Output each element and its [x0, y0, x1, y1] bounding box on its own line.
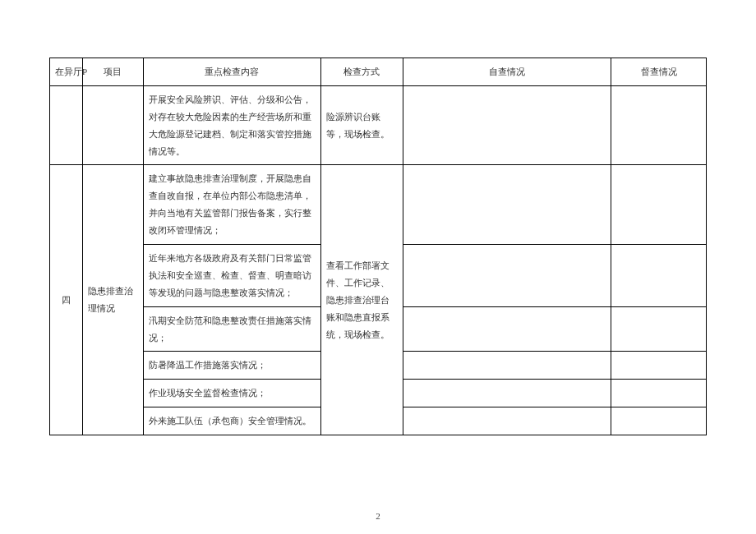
cell-item-4: 隐患排查治理情况 [83, 165, 144, 435]
cell-content: 外来施工队伍（承包商）安全管理情况。 [143, 407, 320, 435]
cell-supervise [611, 352, 707, 380]
col-header-self: 自查情况 [403, 58, 611, 86]
cell-self [403, 85, 611, 165]
col-header-index: 在异厅P [50, 58, 83, 86]
cell-index-prev [50, 85, 83, 165]
cell-self [403, 306, 611, 352]
cell-index-4: 四 [50, 165, 83, 435]
col-header-supervise: 督查情况 [611, 58, 707, 86]
cell-self [403, 407, 611, 435]
col-header-method: 检查方式 [320, 58, 403, 86]
cell-supervise [611, 165, 707, 245]
col-header-item: 项目 [83, 58, 144, 86]
cell-method-4: 查看工作部署文件、工作记录、隐患排查治理台账和隐患直报系统，现场检查。 [320, 165, 403, 435]
cell-content: 建立事故隐患排查治理制度，开展隐患自查自改自报，在单位内部公布隐患清单，并向当地… [143, 165, 320, 245]
table-row: 四 隐患排查治理情况 建立事故隐患排查治理制度，开展隐患自查自改自报，在单位内部… [50, 165, 707, 245]
cell-method: 险源辨识台账等，现场检查。 [320, 85, 403, 165]
cell-self [403, 380, 611, 407]
cell-content: 近年来地方各级政府及有关部门日常监管执法和安全巡查、检查、督查、明查暗访等发现的… [143, 245, 320, 307]
table-header-row: 在异厅P 项目 重点检查内容 检查方式 自查情况 督查情况 [50, 58, 707, 86]
cell-supervise [611, 85, 707, 165]
cell-supervise [611, 306, 707, 352]
page-number: 2 [0, 511, 756, 521]
inspection-table: 在异厅P 项目 重点检查内容 检查方式 自查情况 督查情况 开展安全风险辨识、评… [49, 58, 707, 435]
cell-item-prev [83, 85, 144, 165]
cell-supervise [611, 380, 707, 407]
cell-self [403, 352, 611, 380]
cell-content: 开展安全风险辨识、评估、分级和公告，对存在较大危险因素的生产经营场所和重大危险源… [143, 85, 320, 165]
cell-supervise [611, 245, 707, 307]
col-header-content: 重点检查内容 [143, 58, 320, 86]
cell-content: 防暑降温工作措施落实情况； [143, 352, 320, 380]
cell-content: 作业现场安全监督检查情况； [143, 380, 320, 407]
cell-supervise [611, 407, 707, 435]
table-row: 开展安全风险辨识、评估、分级和公告，对存在较大危险因素的生产经营场所和重大危险源… [50, 85, 707, 165]
cell-content: 汛期安全防范和隐患整改责任措施落实情况； [143, 306, 320, 352]
cell-self [403, 245, 611, 307]
cell-self [403, 165, 611, 245]
